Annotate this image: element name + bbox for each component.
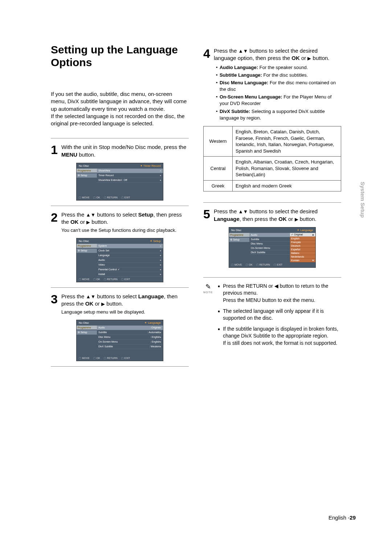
divider xyxy=(203,277,341,278)
table-row: WesternEnglish, Breton, Catalan, Danish,… xyxy=(204,126,341,157)
step-2: 2 Press the buttons to select Setup, the… xyxy=(51,211,189,234)
osd-screenshot-1: No Disc✦ Timer Record Programme ⚙ Setup … xyxy=(76,163,163,201)
step-text: With the unit in Stop mode/No Disc mode,… xyxy=(61,144,189,158)
step-number: 4 xyxy=(203,47,210,122)
step-text: Press the buttons to select the desired … xyxy=(214,47,341,122)
note-item: The selected language will only appear i… xyxy=(218,308,341,322)
divider xyxy=(51,138,189,138)
step-subtext: You can't use the Setup functions during… xyxy=(61,227,189,234)
divider xyxy=(51,366,189,367)
page-title: Setting up the Language Options xyxy=(51,44,189,69)
divider xyxy=(203,202,341,203)
right-icon xyxy=(101,300,105,307)
right-icon xyxy=(307,55,311,61)
osd-screenshot-5: No Disc✦ Language Programme ⚙ Setup Audi… xyxy=(229,227,316,268)
note-icon: ✎ NOTE xyxy=(203,283,213,351)
step-text: Press the buttons to select Setup, then … xyxy=(61,211,189,234)
intro-paragraph: If you set the audio, subtitle, disc men… xyxy=(51,90,189,127)
right-icon xyxy=(86,219,90,225)
step-text: Press the buttons to select the desired … xyxy=(214,208,341,223)
intro-text-2: If the selected language is not recorded… xyxy=(51,113,185,126)
osd-screenshot-3: No Disc✦ Language Programme ⚙ Setup Audi… xyxy=(76,320,163,361)
step-text: Press the buttons to select Language, th… xyxy=(61,293,189,315)
note-block: ✎ NOTE Press the RETURN or ◀ button to r… xyxy=(203,283,341,351)
divider xyxy=(51,206,189,206)
step-subtext: Language setup menu will be displayed. xyxy=(61,309,189,315)
up-down-icon xyxy=(86,211,95,218)
table-row: GreekEnglish and modern Greek xyxy=(204,180,341,191)
table-row: CentralEnglish, Albanian, Croatian, Czec… xyxy=(204,157,341,181)
page-footer: English -29 xyxy=(328,514,356,521)
intro-text-1: If you set the audio, subtitle, disc men… xyxy=(51,91,187,112)
up-down-icon xyxy=(238,208,248,214)
up-down-icon xyxy=(86,293,95,299)
divider xyxy=(51,287,189,288)
option-list: Audio Language: For the speaker sound. S… xyxy=(216,64,341,122)
step-4: 4 Press the buttons to select the desire… xyxy=(203,47,341,122)
step-3: 3 Press the buttons to select Language, … xyxy=(51,293,189,315)
note-item: If the subtitle language is displayed in… xyxy=(218,326,341,347)
osd-screenshot-2: No Disc✦ Setup Programme ⚙ Setup System▸… xyxy=(76,238,163,282)
right-icon xyxy=(295,216,298,222)
region-table: WesternEnglish, Breton, Catalan, Danish,… xyxy=(203,126,341,191)
step-number: 5 xyxy=(203,208,210,223)
step-1: 1 With the unit in Stop mode/No Disc mod… xyxy=(51,144,189,158)
section-tab: System Setup xyxy=(360,182,366,218)
step-5: 5 Press the buttons to select the desire… xyxy=(203,208,341,223)
step-number: 3 xyxy=(51,293,58,315)
step-number: 1 xyxy=(51,144,58,158)
note-item: Press the RETURN or ◀ button to return t… xyxy=(218,283,341,304)
step-number: 2 xyxy=(51,211,58,234)
up-down-icon xyxy=(238,48,248,54)
